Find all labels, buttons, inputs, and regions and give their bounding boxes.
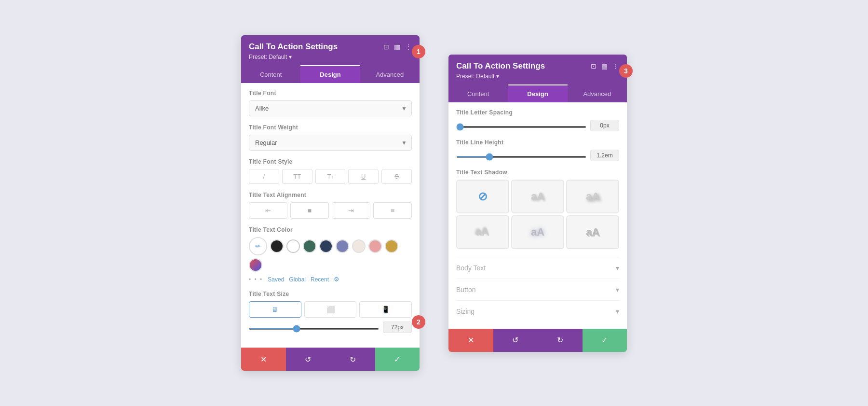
color-navy[interactable] xyxy=(319,239,333,253)
title-font-section: Title Font Alike ▼ xyxy=(249,90,412,116)
call-to-action-panel-2: Call To Action Settings ⊡ ▦ ⋮ Preset: De… xyxy=(448,55,627,352)
shadow-none-btn[interactable]: ⊘ xyxy=(456,180,509,213)
color-cream[interactable] xyxy=(352,239,366,253)
cancel-button-2[interactable]: ✕ xyxy=(448,329,493,352)
sizing-label: Sizing xyxy=(456,308,475,315)
style-buttons: I TT Tт U S xyxy=(249,169,412,184)
layout-icon[interactable]: ▦ xyxy=(394,43,400,51)
letter-spacing-value: 0px xyxy=(590,120,619,131)
italic-btn[interactable]: I xyxy=(249,169,279,184)
color-gradient[interactable] xyxy=(249,258,262,272)
layout-icon-2[interactable]: ▦ xyxy=(601,62,608,70)
title-font-select[interactable]: Alike xyxy=(249,100,412,116)
button-section[interactable]: Button ▾ xyxy=(456,279,619,300)
title-text-shadow-section: Title Text Shadow ⊘ aA aA aA aA xyxy=(456,169,619,249)
title-font-style-section: Title Font Style I TT Tт U S xyxy=(249,158,412,184)
undo-button-2[interactable]: ↺ xyxy=(493,329,538,352)
recent-btn[interactable]: Recent xyxy=(311,276,329,283)
global-btn[interactable]: Global xyxy=(289,276,306,283)
tab-design-2[interactable]: Design xyxy=(508,84,567,102)
line-height-slider[interactable] xyxy=(456,156,586,158)
tab-content-1[interactable]: Content xyxy=(241,65,300,83)
save-button-1[interactable]: ✓ xyxy=(375,348,420,371)
tab-content-2[interactable]: Content xyxy=(448,84,508,102)
align-right-btn[interactable]: ⇥ xyxy=(332,202,370,219)
call-to-action-panel-1: Call To Action Settings ⊡ ▦ ⋮ Preset: De… xyxy=(241,35,420,371)
button-chevron: ▾ xyxy=(616,286,619,294)
color-white[interactable] xyxy=(286,239,300,253)
capitalize-btn[interactable]: Tт xyxy=(315,169,346,184)
tab-advanced-2[interactable]: Advanced xyxy=(568,84,627,102)
size-value: 72px xyxy=(383,322,412,333)
tab-design-1[interactable]: Design xyxy=(300,65,360,83)
size-slider-container xyxy=(249,323,379,332)
size-slider[interactable] xyxy=(249,328,379,330)
shadow-style-2: aA xyxy=(586,190,599,203)
badge-1: 1 xyxy=(412,45,425,58)
mobile-btn[interactable]: 📱 xyxy=(359,301,412,318)
title-text-alignment-label: Title Text Alignment xyxy=(249,192,412,198)
device-row: 🖥 ⬜ 📱 xyxy=(249,301,412,318)
letter-spacing-slider-container xyxy=(456,121,586,130)
color-gold[interactable] xyxy=(385,239,398,253)
shadow-4-btn[interactable]: aA xyxy=(511,215,564,249)
color-black[interactable] xyxy=(270,239,284,253)
shadow-style-3: aA xyxy=(476,226,489,238)
shadow-3-btn[interactable]: aA xyxy=(456,215,509,249)
title-line-height-label: Title Line Height xyxy=(456,139,619,146)
panel-title-row-1: Call To Action Settings ⊡ ▦ ⋮ xyxy=(249,42,412,52)
sizing-section[interactable]: Sizing ▾ xyxy=(456,300,619,322)
color-actions: • • • Saved Global Recent ⚙ xyxy=(249,276,412,283)
line-height-slider-container xyxy=(456,151,586,160)
underline-btn[interactable]: U xyxy=(348,169,379,184)
title-letter-spacing-section: Title Letter Spacing 0px xyxy=(456,109,619,131)
more-icon-2[interactable]: ⋮ xyxy=(612,62,619,70)
saved-btn[interactable]: Saved xyxy=(268,276,284,283)
panel-body-2: Title Letter Spacing 0px Title Line Heig… xyxy=(448,102,627,329)
title-font-weight-select-wrapper: Regular ▼ xyxy=(249,135,412,151)
panel-header-2: Call To Action Settings ⊡ ▦ ⋮ Preset: De… xyxy=(448,55,627,84)
panel-header-icons-2: ⊡ ▦ ⋮ xyxy=(591,62,619,70)
fullscreen-icon-2[interactable]: ⊡ xyxy=(591,62,597,70)
desktop-btn[interactable]: 🖥 xyxy=(249,301,301,318)
color-picker-button[interactable]: ✏ xyxy=(249,237,267,255)
panel-title-2: Call To Action Settings xyxy=(456,61,545,71)
align-left-btn[interactable]: ⇤ xyxy=(249,202,287,219)
shadow-style-5: aA xyxy=(586,226,599,238)
tablet-btn[interactable]: ⬜ xyxy=(304,301,357,318)
line-height-row: 1.2em xyxy=(456,150,619,161)
fullscreen-icon[interactable]: ⊡ xyxy=(383,43,389,51)
panel-header-1: Call To Action Settings ⊡ ▦ ⋮ Preset: De… xyxy=(241,35,420,65)
save-button-2[interactable]: ✓ xyxy=(583,329,627,352)
tab-advanced-1[interactable]: Advanced xyxy=(360,65,420,83)
align-justify-btn[interactable]: ≡ xyxy=(373,202,412,219)
shadow-2-btn[interactable]: aA xyxy=(566,180,619,213)
badge-2: 2 xyxy=(412,315,425,329)
title-font-weight-select[interactable]: Regular xyxy=(249,135,412,151)
title-text-color-section: Title Text Color ✏ • • • Saved Glo xyxy=(249,226,412,283)
title-line-height-section: Title Line Height 1.2em xyxy=(456,139,619,161)
cancel-button-1[interactable]: ✕ xyxy=(241,348,286,371)
color-lavender[interactable] xyxy=(336,239,349,253)
shadow-1-btn[interactable]: aA xyxy=(511,180,564,213)
more-icon[interactable]: ⋮ xyxy=(405,43,412,51)
more-colors-btn[interactable]: • • • xyxy=(249,276,263,283)
redo-button-1[interactable]: ↻ xyxy=(330,348,375,371)
shadow-5-btn[interactable]: aA xyxy=(566,215,619,249)
strikethrough-btn[interactable]: S xyxy=(381,169,412,184)
panel-title-row-2: Call To Action Settings ⊡ ▦ ⋮ xyxy=(456,61,619,71)
body-text-section[interactable]: Body Text ▾ xyxy=(456,257,619,279)
uppercase-btn[interactable]: TT xyxy=(282,169,312,184)
panel-preset-2[interactable]: Preset: Default ▾ xyxy=(456,73,619,80)
body-text-label: Body Text xyxy=(456,264,486,272)
panel-preset-1[interactable]: Preset: Default ▾ xyxy=(249,54,412,60)
title-font-style-label: Title Font Style xyxy=(249,158,412,165)
color-settings-icon[interactable]: ⚙ xyxy=(334,276,339,283)
undo-button-1[interactable]: ↺ xyxy=(286,348,331,371)
redo-button-2[interactable]: ↻ xyxy=(538,329,583,352)
letter-spacing-slider[interactable] xyxy=(456,126,586,128)
color-green[interactable] xyxy=(303,239,316,253)
align-center-btn[interactable]: ■ xyxy=(290,202,329,219)
letter-spacing-row: 0px xyxy=(456,120,619,131)
color-pink[interactable] xyxy=(368,239,382,253)
